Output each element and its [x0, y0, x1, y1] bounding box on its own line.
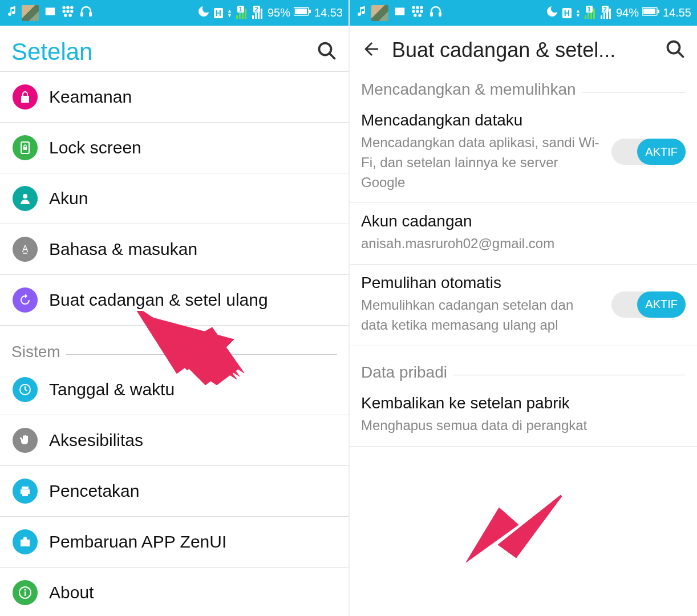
back-icon[interactable]	[361, 39, 382, 62]
svg-rect-13	[245, 9, 246, 19]
row-label: Buat cadangan & setel ulang	[49, 290, 268, 310]
svg-point-1	[66, 6, 70, 9]
settings-row-pencetakan[interactable]: Pencetakan	[0, 466, 348, 517]
lock-icon	[13, 84, 38, 110]
clock-time: 14.55	[663, 6, 691, 19]
svg-rect-17	[261, 9, 262, 19]
setting-title: Pemulihan otomatis	[361, 274, 602, 292]
section-title: Data pribadi	[361, 363, 447, 382]
battery-icon	[294, 6, 311, 19]
svg-rect-8	[80, 12, 83, 17]
language-icon: A	[13, 237, 38, 262]
svg-point-41	[412, 6, 415, 9]
svg-point-0	[62, 6, 66, 9]
row-label: Pembaruan APP ZenUI	[49, 532, 226, 552]
settings-row-akun[interactable]: Akun	[0, 173, 348, 224]
network-type-badge: H	[214, 8, 223, 18]
svg-rect-54	[593, 9, 595, 19]
page-title: Buat cadangan & setel...	[392, 38, 655, 62]
settings-row-lockscreen[interactable]: Lock screen	[0, 123, 348, 173]
svg-point-30	[25, 589, 26, 591]
sim2-signal-icon: 2	[252, 7, 264, 19]
svg-rect-19	[295, 9, 307, 14]
settings-row-backup-reset[interactable]: Buat cadangan & setel ulang	[0, 275, 348, 326]
setting-subtitle: anisah.masruroh02@gmail.com	[361, 234, 686, 254]
setting-subtitle: Menghapus semua data di perangkat	[361, 416, 686, 436]
picture-icon	[393, 5, 407, 21]
data-arrows-icon: ▲▼	[227, 9, 232, 18]
hand-icon	[13, 428, 38, 453]
dnd-moon-icon	[197, 5, 210, 21]
status-bar: H ▲▼ 1 2 94% 14.55	[350, 0, 697, 26]
settings-list: Keamanan Lock screen Akun A Bahasa & mas…	[0, 71, 348, 616]
row-label: About	[49, 583, 94, 602]
print-icon	[13, 479, 38, 504]
clock-time: 14.53	[314, 6, 343, 19]
svg-rect-61	[658, 10, 659, 13]
row-label: Pencetakan	[49, 481, 139, 501]
svg-rect-15	[255, 13, 257, 19]
sim2-signal-icon: 2	[600, 7, 613, 19]
status-bar: H ▲▼ 1 2 95% 14.53	[0, 0, 348, 26]
search-icon[interactable]	[317, 40, 337, 63]
setting-title: Kembalikan ke setelan pabrik	[361, 394, 686, 412]
svg-rect-52	[587, 13, 589, 19]
settings-row-zenui-update[interactable]: Pembaruan APP ZenUI	[0, 517, 348, 568]
sim1-signal-icon: 1	[584, 7, 597, 19]
row-label: Akun	[49, 189, 88, 208]
settings-row-aksesibilitas[interactable]: Aksesibilitas	[0, 415, 348, 466]
svg-point-3	[62, 10, 66, 13]
section-header-sistem: Sistem	[0, 326, 348, 364]
svg-line-22	[330, 54, 335, 59]
svg-point-48	[418, 14, 422, 17]
dnd-moon-icon	[545, 5, 559, 21]
headphones-icon	[428, 5, 443, 21]
app-thumbnail-icon	[371, 5, 388, 21]
setting-subtitle: Memulihkan cadangan setelan dan data ket…	[361, 295, 602, 335]
setting-backup-account[interactable]: Akun cadangan anisah.masruroh02@gmail.co…	[350, 203, 697, 265]
music-icon	[355, 5, 367, 21]
search-icon[interactable]	[665, 39, 686, 62]
svg-rect-24	[23, 147, 27, 150]
setting-backup-my-data[interactable]: Mencadangkan dataku Mencadangkan data ap…	[350, 102, 697, 203]
divider	[582, 92, 686, 92]
svg-rect-14	[252, 15, 254, 19]
right-screenshot: H ▲▼ 1 2 94% 14.55 Buat cadangan & setel…	[348, 0, 697, 616]
settings-row-bahasa[interactable]: A Bahasa & masukan	[0, 224, 348, 275]
setting-factory-reset[interactable]: Kembalikan ke setelan pabrik Menghapus s…	[350, 385, 697, 447]
section-header-personal-data: Data pribadi	[350, 346, 697, 385]
app-header: Setelan	[0, 26, 348, 71]
section-title: Mencadangkan & memulihkan	[361, 80, 576, 99]
toggle-switch[interactable]: AKTIF	[611, 291, 686, 318]
row-label: Tanggal & waktu	[49, 380, 175, 399]
app-thumbnail-icon	[22, 5, 39, 21]
headphones-icon	[79, 5, 94, 21]
svg-rect-55	[601, 15, 602, 19]
setting-subtitle: Mencadangkan data aplikasi, sandi Wi-Fi,…	[361, 133, 602, 192]
setting-title: Mencadangkan dataku	[361, 111, 602, 129]
svg-rect-31	[25, 591, 26, 596]
settings-row-about[interactable]: About	[0, 568, 348, 616]
svg-point-25	[23, 194, 27, 198]
svg-rect-49	[430, 12, 433, 17]
settings-row-keamanan[interactable]: Keamanan	[0, 71, 348, 123]
setting-title: Akun cadangan	[361, 212, 686, 230]
toggle-state: AKTIF	[637, 139, 686, 165]
lockscreen-icon	[13, 135, 38, 160]
svg-line-63	[678, 52, 683, 57]
svg-point-6	[64, 14, 67, 17]
page-title: Setelan	[11, 38, 306, 66]
svg-point-43	[420, 6, 423, 9]
svg-rect-60	[643, 9, 655, 14]
settings-row-tanggal[interactable]: Tanggal & waktu	[0, 364, 348, 415]
divider	[66, 354, 337, 355]
svg-point-4	[66, 10, 70, 13]
svg-point-42	[416, 6, 419, 9]
row-label: Lock screen	[49, 138, 141, 157]
bbm-icon	[62, 5, 74, 21]
svg-point-2	[70, 6, 74, 9]
toggle-switch[interactable]: AKTIF	[611, 139, 686, 165]
setting-auto-restore[interactable]: Pemulihan otomatis Memulihkan cadangan s…	[350, 265, 697, 346]
data-arrows-icon: ▲▼	[576, 9, 581, 18]
clock-icon	[13, 377, 38, 402]
